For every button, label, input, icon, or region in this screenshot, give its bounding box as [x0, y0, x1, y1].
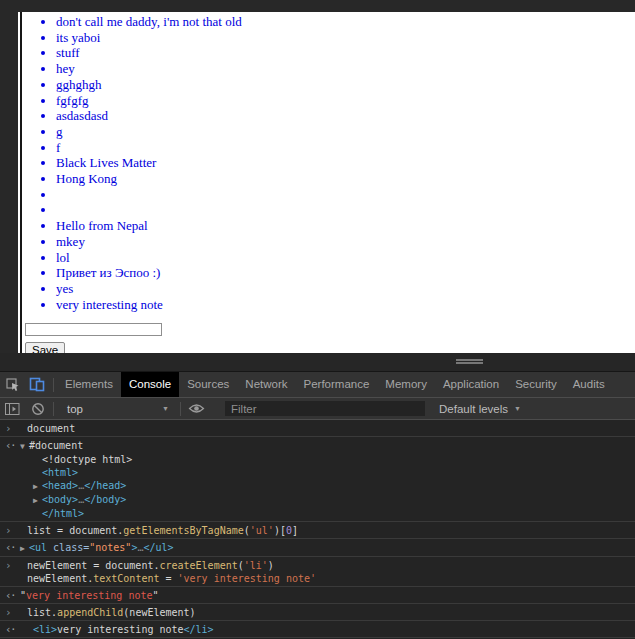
note-list-item: yes [56, 281, 635, 297]
note-list-item: gghghgh [56, 77, 635, 93]
note-list-item: Привет из Эспоо :) [56, 265, 635, 281]
devtools-tabbar: ElementsConsoleSourcesNetworkPerformance… [0, 371, 635, 397]
note-list-item: hey [56, 61, 635, 77]
console-message-body: list.appendChild(newElement) [0, 606, 635, 619]
console-token: 'li' [244, 560, 268, 571]
save-button[interactable]: Save [25, 342, 65, 353]
console-token: getElementsByTagName [123, 525, 243, 536]
console-token: very interesting note [26, 590, 152, 601]
live-expression-button[interactable] [184, 403, 209, 414]
inspect-button[interactable] [0, 372, 25, 397]
console-line: <!doctype html> [33, 453, 635, 466]
tab-audits[interactable]: Audits [565, 372, 613, 397]
toggle-device-toolbar-button[interactable] [25, 372, 50, 397]
caret-down-icon: ▼ [162, 405, 169, 412]
console-message-body: <li>very interesting note</li> [0, 623, 635, 636]
log-levels-dropdown[interactable]: Default levels ▼ [439, 403, 521, 415]
console-token: 'ul' [250, 525, 274, 536]
console-token: newElement. [27, 573, 93, 584]
console-token: list. [27, 607, 57, 618]
tab-security[interactable]: Security [507, 372, 565, 397]
console-message-body: ▼#document<!doctype html><html>▶<head>…<… [0, 439, 635, 520]
console-message: ‹·▶<ul class="notes">…</ul> [0, 539, 635, 557]
console-input-chevron-icon: › [5, 606, 12, 619]
console-filter-input[interactable] [225, 401, 425, 416]
console-token: 'very interesting note' [178, 573, 316, 584]
expand-triangle-icon[interactable]: ▼ [20, 440, 29, 453]
console-line: <html> [33, 466, 635, 479]
tab-memory[interactable]: Memory [377, 372, 435, 397]
expand-triangle-icon[interactable]: ▶ [33, 494, 42, 507]
console-token: <!doctype html> [42, 454, 132, 465]
console-result-arrow-icon: ‹· [5, 623, 15, 636]
devtools-panel: ElementsConsoleSourcesNetworkPerformance… [0, 353, 635, 639]
tab-network[interactable]: Network [237, 372, 295, 397]
tab-application[interactable]: Application [435, 372, 507, 397]
console-message-body: "very interesting note" [0, 589, 635, 602]
console-token: document [27, 423, 75, 434]
console-line: ▼#document [20, 439, 635, 453]
inspect-icon [6, 378, 20, 392]
console-message: ›document [0, 420, 635, 437]
console-token: ) [268, 560, 274, 571]
note-list-item: mkey [56, 234, 635, 250]
console-token: appendChild [57, 607, 123, 618]
console-message: ›list = document.getElementsByTagName('u… [0, 522, 635, 539]
clear-console-button[interactable] [25, 402, 50, 416]
console-token: (newElement) [123, 607, 195, 618]
note-list-item [56, 202, 635, 218]
clear-console-icon [31, 402, 45, 416]
caret-down-icon: ▼ [514, 405, 521, 412]
console-message-body: document [0, 422, 635, 435]
note-list-item: Black Lives Matter [56, 155, 635, 171]
console-sidebar-button[interactable] [0, 403, 25, 415]
console-messages: ›document‹·▼#document<!doctype html><htm… [0, 420, 635, 638]
note-input[interactable] [25, 323, 162, 336]
console-message: ‹·<li>very interesting note</li> [0, 621, 635, 638]
context-selector[interactable]: top ▼ [57, 403, 177, 415]
toolbar-separator [180, 402, 181, 416]
note-list-item: don't call me daddy, i'm not that old [56, 14, 635, 30]
console-line: newElement.textContent = 'very interesti… [27, 572, 635, 585]
console-line: newElement = document.createElement('li'… [27, 559, 635, 572]
tab-performance[interactable]: Performance [296, 372, 378, 397]
console-token: <ul [29, 542, 53, 553]
tab-console[interactable]: Console [121, 372, 179, 397]
console-line: ▶<head>…</head> [33, 479, 635, 493]
console-result-arrow-icon: ‹· [5, 589, 15, 602]
console-message-body: ▶<ul class="notes">…</ul> [0, 541, 635, 555]
tab-elements[interactable]: Elements [57, 372, 121, 397]
console-result-arrow-icon: ‹· [5, 541, 15, 554]
console-input-chevron-icon: › [5, 559, 12, 572]
drag-handle-icon[interactable] [456, 359, 483, 365]
note-list-item [56, 187, 635, 203]
note-list-item: Hong Kong [56, 171, 635, 187]
note-list-item: fgfgfg [56, 93, 635, 109]
devtools-resize-bar[interactable] [0, 353, 635, 371]
console-token: very interesting note [57, 624, 183, 635]
tab-strip: ElementsConsoleSourcesNetworkPerformance… [57, 372, 613, 397]
context-selector-label: top [67, 403, 83, 415]
console-line: ▶<body>…</body> [33, 493, 635, 507]
console-token: <html> [42, 467, 78, 478]
note-list-item: very interesting note [56, 297, 635, 313]
console-token: list = document. [27, 525, 123, 536]
console-line: </html> [33, 507, 635, 520]
browser-page-area: don't call me daddy, i'm not that oldits… [0, 0, 635, 353]
console-token: textContent [93, 573, 159, 584]
note-list-item: asdasdasd [56, 108, 635, 124]
console-message: ›newElement = document.createElement('li… [0, 557, 635, 587]
console-message: ›list.appendChild(newElement) [0, 604, 635, 621]
note-list-item: lol [56, 250, 635, 266]
console-input-chevron-icon: › [5, 422, 12, 435]
console-token: <body> [42, 494, 78, 505]
expand-triangle-icon[interactable]: ▶ [33, 480, 42, 493]
console-token: class= [53, 542, 89, 553]
tab-sources[interactable]: Sources [179, 372, 237, 397]
console-token: #document [29, 440, 83, 451]
eye-icon [188, 403, 205, 414]
console-message-body: newElement = document.createElement('li'… [0, 559, 635, 585]
expand-triangle-icon[interactable]: ▶ [20, 542, 29, 555]
note-list-item: Hello from Nepal [56, 218, 635, 234]
console-token: </body> [84, 494, 126, 505]
